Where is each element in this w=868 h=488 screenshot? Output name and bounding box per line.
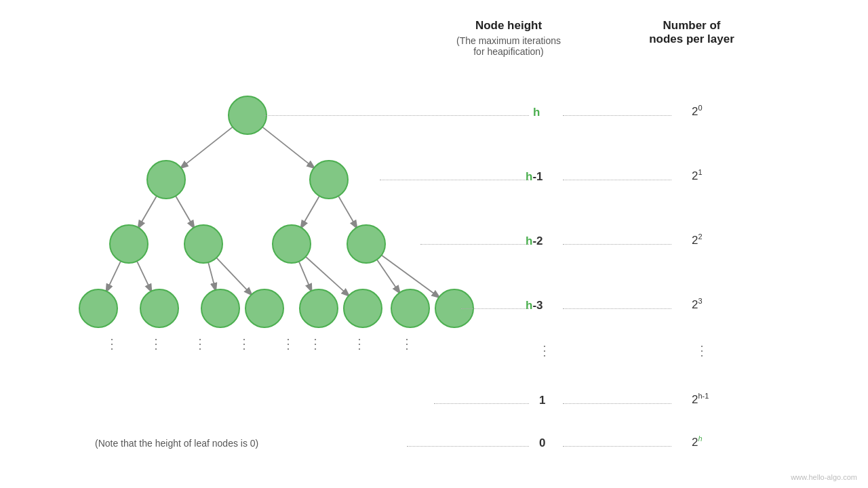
edge-n1-n4 [176, 196, 194, 228]
vdots-tree-0: ⋮ [105, 336, 120, 352]
edge-n2-n6 [338, 196, 357, 228]
edge-n5-n12 [306, 257, 349, 296]
dotted-line-rowlast0 [407, 446, 529, 447]
height-label-row0: h [533, 106, 540, 119]
dotted-line-row1 [380, 180, 529, 180]
edge-n1-n3 [138, 196, 157, 228]
edge-n4-n9 [208, 262, 216, 290]
node-n9 [201, 289, 239, 327]
node-n8 [140, 289, 178, 327]
power-label-row1: 21 [692, 168, 703, 183]
edge-n2-n5 [301, 196, 319, 228]
node-height-subtitle: (The maximum iterationsfor heapification… [448, 35, 570, 57]
dotted-line-rowlast1 [434, 403, 529, 404]
height-label-row3: h-3 [526, 299, 543, 312]
node-n3 [110, 225, 148, 263]
power-label-rowlast0: 2h [692, 434, 703, 449]
node-n7 [79, 289, 117, 327]
edge-n6-n13 [377, 260, 399, 293]
edge-n5-n11 [299, 262, 311, 291]
bottom-note: (Note that the height of leaf nodes is 0… [95, 438, 258, 449]
col-node-height-header: Node height (The maximum iterationsfor h… [448, 19, 570, 57]
power-label-rowlast1: 2h-1 [692, 392, 709, 407]
h-green-row0: h [533, 106, 540, 119]
dotted-line2-row3 [563, 308, 671, 309]
node-n1 [147, 161, 185, 199]
nodes-per-layer-title: Number ofnodes per layer [624, 19, 760, 46]
node-n0 [229, 96, 267, 134]
node-height-title: Node height [448, 19, 570, 33]
vdots-tree-5: ⋮ [309, 336, 323, 352]
dotted-line2-row1 [563, 180, 671, 180]
edge-n0-n1 [181, 127, 233, 167]
height-label-row1: h-1 [526, 170, 543, 184]
node-n4 [184, 225, 222, 263]
power-label-row0: 20 [692, 104, 703, 119]
height-label-rowlast0: 0 [539, 436, 545, 450]
watermark: www.hello-algo.com [791, 473, 857, 481]
edge-n0-n2 [262, 127, 314, 167]
main-container: Node height (The maximum iterationsfor h… [0, 0, 868, 488]
node-n6 [347, 225, 385, 263]
node-n11 [300, 289, 338, 327]
power-label-row3: 23 [692, 297, 703, 312]
edge-n3-n7 [106, 261, 121, 291]
col-nodes-per-layer-header: Number ofnodes per layer [624, 19, 760, 46]
tree-svg [54, 81, 502, 366]
vdots-tree-6: ⋮ [353, 336, 368, 352]
dotted-line-row3 [461, 308, 529, 309]
vdots-height: ⋮ [538, 342, 553, 359]
node-n12 [344, 289, 382, 327]
dotted-line2-rowlast0 [563, 446, 671, 447]
dotted-line-row0 [264, 115, 529, 116]
power-label-row2: 22 [692, 232, 703, 247]
vdots-tree-2: ⋮ [193, 336, 208, 352]
dotted-line2-row2 [563, 244, 671, 245]
vdots-tree-4: ⋮ [281, 336, 296, 352]
vdots-tree-7: ⋮ [400, 336, 415, 352]
dotted-line2-rowlast1 [563, 403, 671, 404]
dotted-line2-row0 [563, 115, 671, 116]
vdots-tree-3: ⋮ [237, 336, 252, 352]
node-n5 [273, 225, 311, 263]
edge-n3-n8 [137, 261, 151, 291]
vdots-power: ⋮ [695, 342, 710, 359]
node-n10 [245, 289, 283, 327]
node-n13 [391, 289, 429, 327]
dotted-line-row2 [420, 244, 529, 245]
height-label-row2: h-2 [526, 235, 543, 248]
vdots-tree-1: ⋮ [149, 336, 164, 352]
height-label-rowlast1: 1 [539, 394, 545, 407]
node-n2 [310, 161, 348, 199]
